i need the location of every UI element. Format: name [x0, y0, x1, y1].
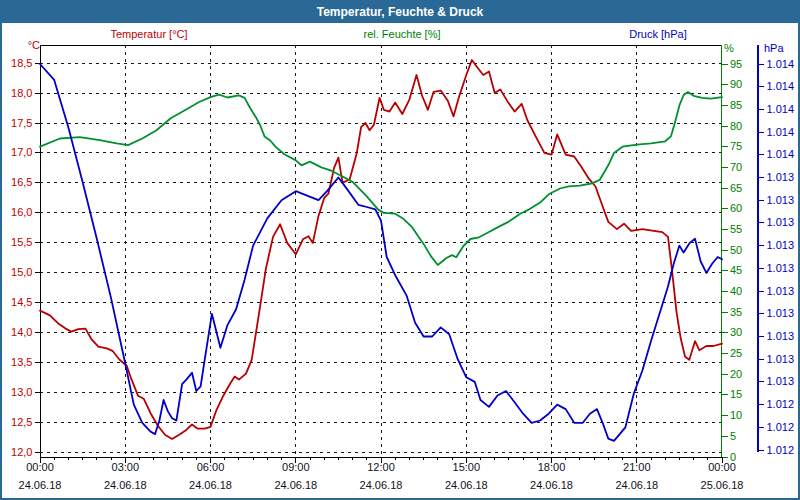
humidity-tick-label: 5: [730, 430, 736, 442]
temperature-tick-label: 18,0: [11, 87, 32, 99]
temperature-tick-label: 13,5: [11, 356, 32, 368]
pressure-tick-label: 1.013: [767, 262, 795, 274]
pressure-tick-label: 1.013: [767, 194, 795, 206]
time-tick-label: 00:00: [26, 461, 54, 473]
temperature-tick-label: 13,0: [11, 386, 32, 398]
date-tick-label: 24.06.18: [274, 479, 317, 491]
pressure-tick-label: 1.013: [767, 216, 795, 228]
pressure-tick-label: 1.014: [767, 126, 795, 138]
humidity-tick-label: 80: [730, 120, 742, 132]
date-tick-label: 25.06.18: [701, 479, 744, 491]
humidity-tick-label: 70: [730, 161, 742, 173]
time-tick-label: 03:00: [112, 461, 140, 473]
gridlines: [40, 45, 722, 457]
humidity-tick-label: 40: [730, 285, 742, 297]
temperature-tick-label: 18,5: [11, 57, 32, 69]
pressure-tick-label: 1.013: [767, 330, 795, 342]
humidity-tick-label: 20: [730, 368, 742, 380]
humidity-tick-label: 95: [730, 58, 742, 70]
humidity-tick-label: 25: [730, 347, 742, 359]
pressure-tick-label: 1.013: [767, 285, 795, 297]
humidity-tick-label: 65: [730, 182, 742, 194]
humidity-tick-label: 60: [730, 202, 742, 214]
temperature-tick-label: 15,5: [11, 236, 32, 248]
humidity-tick-label: 35: [730, 306, 742, 318]
temperature-tick-label: 17,5: [11, 117, 32, 129]
pressure-axis: 1.0141.0141.0141.0141.0141.0131.0131.013…: [758, 45, 794, 456]
pressure-tick-label: 1.014: [767, 58, 795, 70]
pressure-tick-label: 1.012: [767, 398, 795, 410]
time-tick-label: 06:00: [197, 461, 225, 473]
humidity-tick-label: 10: [730, 409, 742, 421]
humidity-tick-label: 45: [730, 264, 742, 276]
pressure-tick-label: 1.014: [767, 103, 795, 115]
time-tick-label: 18:00: [538, 461, 566, 473]
pressure-tick-label: 1.012: [767, 444, 795, 456]
time-axis: 00:0024.06.1803:0024.06.1806:0024.06.180…: [19, 457, 744, 491]
humidity-tick-label: 90: [730, 78, 742, 90]
date-tick-label: 24.06.18: [19, 479, 62, 491]
series-pressure-line: [40, 64, 722, 441]
pressure-tick-label: 1.012: [767, 421, 795, 433]
humidity-tick-label: 55: [730, 223, 742, 235]
time-tick-label: 15:00: [453, 461, 481, 473]
pressure-tick-label: 1.013: [767, 353, 795, 365]
chart-plot-area: 18,518,017,517,016,516,015,515,014,514,0…: [0, 0, 800, 500]
time-tick-label: 00:00: [708, 461, 736, 473]
pressure-tick-label: 1.014: [767, 80, 795, 92]
humidity-tick-label: 50: [730, 244, 742, 256]
temperature-tick-label: 12,5: [11, 416, 32, 428]
humidity-tick-label: 30: [730, 326, 742, 338]
humidity-axis: 95908580757065605550454035302520151050: [722, 45, 743, 463]
date-tick-label: 24.06.18: [615, 479, 658, 491]
temperature-tick-label: 17,0: [11, 146, 32, 158]
date-tick-label: 24.06.18: [189, 479, 232, 491]
temperature-tick-label: 14,0: [11, 326, 32, 338]
pressure-tick-label: 1.014: [767, 148, 795, 160]
pressure-tick-label: 1.013: [767, 239, 795, 251]
time-tick-label: 12:00: [367, 461, 395, 473]
temperature-tick-label: 15,0: [11, 266, 32, 278]
humidity-tick-label: 75: [730, 140, 742, 152]
date-tick-label: 24.06.18: [104, 479, 147, 491]
pressure-tick-label: 1.013: [767, 171, 795, 183]
pressure-tick-label: 1.013: [767, 307, 795, 319]
date-tick-label: 24.06.18: [360, 479, 403, 491]
temperature-tick-label: 14,5: [11, 296, 32, 308]
weather-chart-window: Temperatur, Feuchte & Druck Temperatur […: [0, 0, 800, 500]
pressure-tick-label: 1.013: [767, 375, 795, 387]
temperature-tick-label: 16,0: [11, 206, 32, 218]
date-tick-label: 24.06.18: [530, 479, 573, 491]
temperature-tick-label: 12,0: [11, 446, 32, 458]
date-tick-label: 24.06.18: [445, 479, 488, 491]
time-tick-label: 09:00: [282, 461, 310, 473]
time-tick-label: 21:00: [623, 461, 651, 473]
humidity-tick-label: 15: [730, 388, 742, 400]
humidity-tick-label: 85: [730, 99, 742, 111]
temperature-tick-label: 16,5: [11, 176, 32, 188]
temperature-axis: 18,518,017,517,016,516,015,515,014,514,0…: [11, 57, 40, 459]
